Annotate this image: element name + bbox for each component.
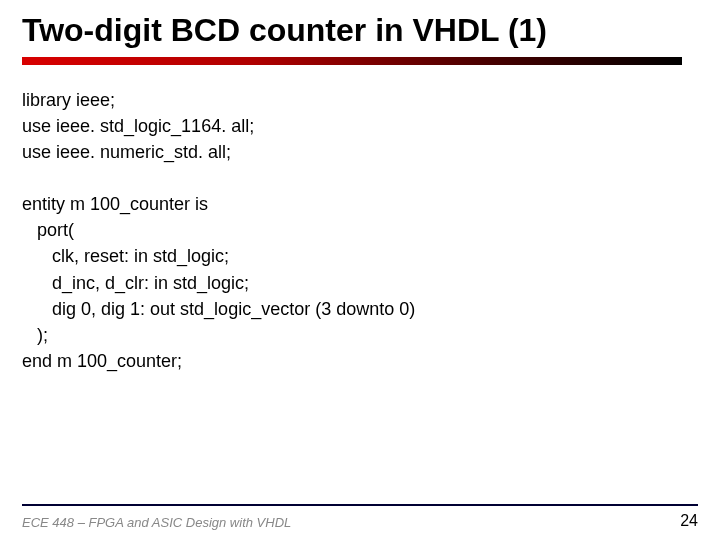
code-block: library ieee; use ieee. std_logic_1164. … [22,87,698,374]
code-line: end m 100_counter; [22,348,698,374]
footer-divider [22,504,698,506]
code-line: use ieee. std_logic_1164. all; [22,113,698,139]
title-underline [22,57,682,65]
code-line: dig 0, dig 1: out std_logic_vector (3 do… [22,296,698,322]
code-line: port( [22,217,698,243]
code-line: use ieee. numeric_std. all; [22,139,698,165]
code-line: library ieee; [22,87,698,113]
code-line: ); [22,322,698,348]
slide-title: Two-digit BCD counter in VHDL (1) [22,12,698,49]
code-line: entity m 100_counter is [22,191,698,217]
blank-line [22,165,698,191]
code-line: d_inc, d_clr: in std_logic; [22,270,698,296]
code-line: clk, reset: in std_logic; [22,243,698,269]
footer-text: ECE 448 – FPGA and ASIC Design with VHDL [22,515,291,530]
page-number: 24 [680,512,698,530]
slide: Two-digit BCD counter in VHDL (1) librar… [0,0,720,540]
footer: ECE 448 – FPGA and ASIC Design with VHDL… [22,512,698,530]
